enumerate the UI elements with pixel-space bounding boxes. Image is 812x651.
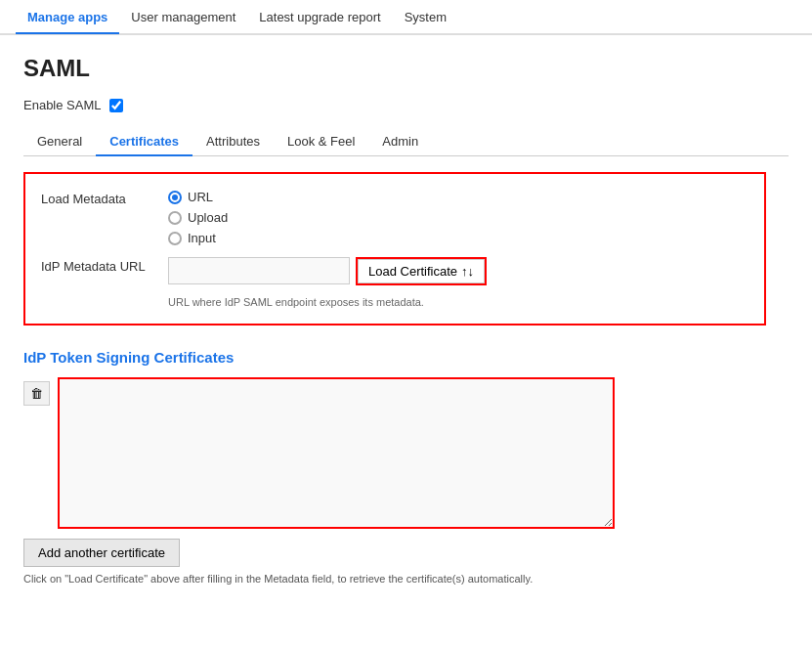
load-cert-icon: ↑↓	[461, 264, 474, 279]
nav-system[interactable]: System	[393, 0, 458, 33]
load-metadata-radio-group: URL Upload Input	[168, 190, 228, 245]
radio-upload[interactable]: Upload	[168, 210, 228, 225]
radio-upload-circle	[168, 211, 182, 225]
enable-saml-row: Enable SAML	[23, 98, 789, 112]
load-certificate-button[interactable]: Load Certificate ↑↓	[358, 259, 485, 283]
radio-input-circle	[168, 232, 182, 245]
tab-general[interactable]: General	[23, 128, 96, 155]
idp-metadata-url-row: IdP Metadata URL Load Certificate ↑↓	[41, 257, 748, 284]
radio-input-label: Input	[188, 231, 216, 245]
enable-saml-checkbox[interactable]	[109, 99, 123, 112]
url-input-row: Load Certificate ↑↓	[168, 257, 485, 284]
cert-textarea[interactable]	[58, 377, 615, 529]
tab-attributes[interactable]: Attributes	[192, 128, 274, 155]
load-metadata-row: Load Metadata URL Upload Input	[41, 190, 748, 245]
radio-url-label: URL	[188, 190, 213, 204]
radio-input[interactable]: Input	[168, 231, 228, 245]
enable-saml-label: Enable SAML	[23, 98, 102, 112]
radio-url-circle	[168, 191, 182, 204]
add-another-certificate-button[interactable]: Add another certificate	[23, 539, 180, 567]
nav-manage-apps[interactable]: Manage apps	[16, 1, 119, 34]
radio-upload-label: Upload	[188, 210, 228, 225]
idp-metadata-url-input[interactable]	[168, 257, 350, 284]
page-content: SAML Enable SAML General Certificates At…	[0, 35, 812, 604]
idp-metadata-url-label: IdP Metadata URL	[41, 257, 168, 274]
page-title: SAML	[23, 55, 789, 82]
cert-section: IdP Token Signing Certificates 🗑 Add ano…	[23, 349, 789, 585]
delete-cert-button[interactable]: 🗑	[23, 381, 50, 406]
metadata-section: Load Metadata URL Upload Input IdP M	[23, 172, 766, 326]
radio-url[interactable]: URL	[168, 190, 228, 204]
tab-look-feel[interactable]: Look & Feel	[274, 128, 368, 155]
bottom-hint-text: Click on "Load Certificate" above after …	[23, 573, 639, 585]
cert-section-title: IdP Token Signing Certificates	[23, 349, 789, 366]
sub-tabs: General Certificates Attributes Look & F…	[23, 128, 789, 156]
tab-certificates[interactable]: Certificates	[96, 128, 192, 156]
nav-user-management[interactable]: User management	[119, 0, 247, 33]
metadata-helper-text: URL where IdP SAML endpoint exposes its …	[168, 296, 748, 308]
tab-admin[interactable]: Admin	[368, 128, 432, 155]
cert-area-wrapper: 🗑	[23, 377, 789, 529]
top-navigation: Manage apps User management Latest upgra…	[0, 0, 812, 35]
nav-latest-upgrade-report[interactable]: Latest upgrade report	[247, 0, 392, 33]
load-cert-label: Load Certificate	[368, 264, 457, 279]
delete-icon: 🗑	[30, 386, 43, 401]
load-metadata-label: Load Metadata	[41, 190, 168, 206]
